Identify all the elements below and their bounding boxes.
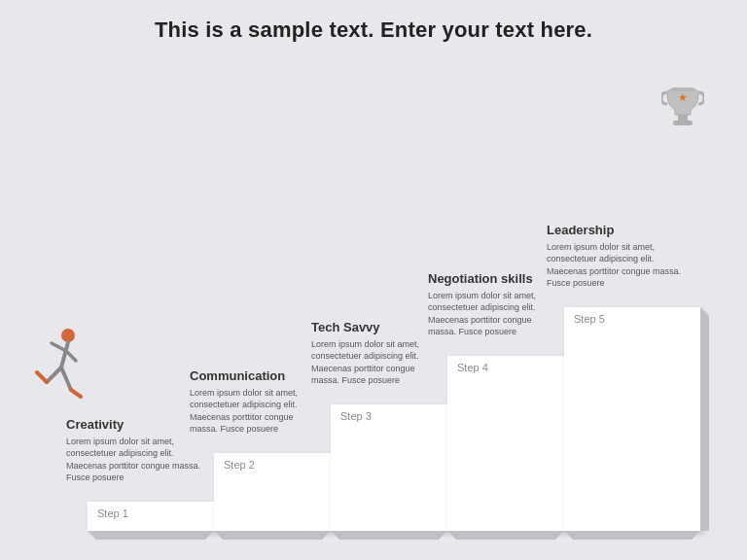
step1-content: Creativity Lorem ipsum dolor sit amet, c… <box>66 417 207 484</box>
step4-body: Lorem ipsum dolor sit amet, consectetuer… <box>428 290 550 338</box>
step2-content: Communication Lorem ipsum dolor sit amet… <box>190 368 316 436</box>
step1-block: Step 1 <box>88 502 214 531</box>
step5-content: Leadership Lorem ipsum dolor sit amet, c… <box>547 223 683 290</box>
svg-line-7 <box>66 351 76 361</box>
trophy-icon: ★ <box>661 76 704 137</box>
step4-content: Negotiation skills Lorem ipsum dolor sit… <box>428 271 550 338</box>
page-title: This is a sample text. Enter your text h… <box>0 0 747 43</box>
step2-body: Lorem ipsum dolor sit amet, consectetuer… <box>190 387 316 436</box>
step3-label: Step 3 <box>340 410 372 422</box>
staircase-area: ★ Step 1 <box>0 68 747 560</box>
svg-line-11 <box>71 390 81 397</box>
step5-body: Lorem ipsum dolor sit amet, consectetuer… <box>547 241 683 290</box>
svg-line-5 <box>61 342 68 368</box>
step5-block: Step 5 <box>564 307 700 531</box>
svg-point-4 <box>61 329 75 342</box>
step1-label: Step 1 <box>97 508 128 519</box>
svg-line-6 <box>52 343 66 351</box>
svg-rect-2 <box>673 121 693 125</box>
step2-block: Step 2 <box>214 453 331 531</box>
step4-block: Step 4 <box>447 356 564 531</box>
step3-title: Tech Savvy <box>311 320 433 334</box>
svg-rect-1 <box>678 115 688 121</box>
step3-body: Lorem ipsum dolor sit amet, consectetuer… <box>311 338 433 387</box>
step3-content: Tech Savvy Lorem ipsum dolor sit amet, c… <box>311 320 433 387</box>
step2-title: Communication <box>190 368 316 383</box>
step1-title: Creativity <box>66 417 207 432</box>
svg-line-9 <box>37 372 47 382</box>
runner-figure <box>27 324 95 416</box>
svg-text:★: ★ <box>678 91 688 103</box>
svg-line-10 <box>61 368 71 390</box>
step4-label: Step 4 <box>457 362 488 373</box>
step2-label: Step 2 <box>224 459 255 471</box>
step3-block: Step 3 <box>331 404 447 531</box>
svg-line-8 <box>47 368 61 382</box>
step5-title: Leadership <box>547 223 683 237</box>
step5-label: Step 5 <box>574 313 605 325</box>
step1-body: Lorem ipsum dolor sit amet, consectetuer… <box>66 436 207 484</box>
step4-title: Negotiation skills <box>428 271 550 286</box>
